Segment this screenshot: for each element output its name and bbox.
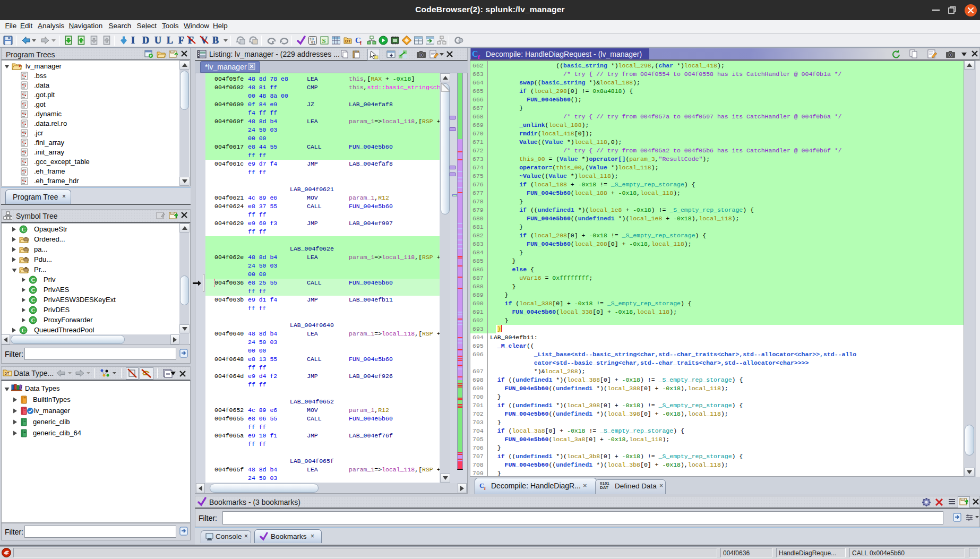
svg-text:C: C bbox=[31, 297, 36, 303]
svg-text:C: C bbox=[31, 287, 36, 293]
svg-text:C: C bbox=[31, 277, 36, 283]
svg-text:f: f bbox=[484, 486, 486, 491]
svg-text:f: f bbox=[360, 40, 362, 45]
svg-text:01: 01 bbox=[311, 41, 315, 45]
svg-text:C: C bbox=[22, 226, 26, 233]
svg-text:DT: DT bbox=[5, 372, 10, 375]
svg-text:C: C bbox=[479, 481, 484, 489]
svg-text:C: C bbox=[472, 49, 478, 58]
svg-text:S: S bbox=[322, 37, 326, 45]
svg-text:DT: DT bbox=[345, 39, 351, 44]
svg-text:C: C bbox=[31, 307, 36, 313]
svg-text:C: C bbox=[22, 327, 26, 333]
svg-text:C: C bbox=[31, 317, 36, 323]
svg-text:f: f bbox=[478, 54, 480, 59]
